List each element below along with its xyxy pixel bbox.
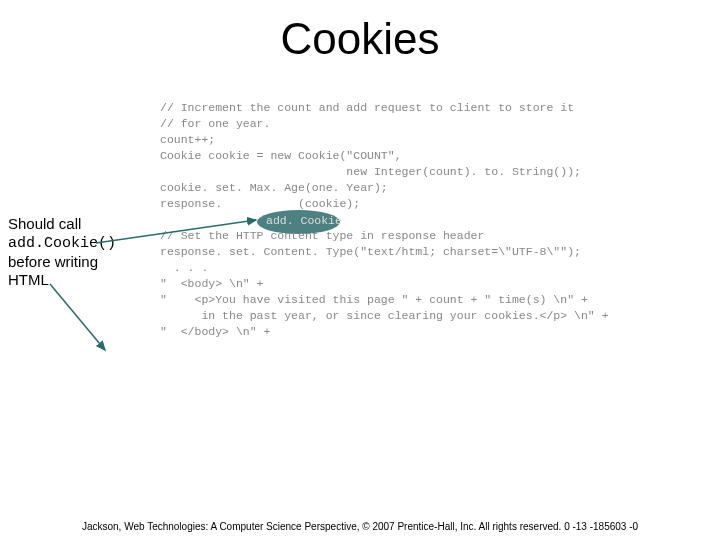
code-line: " <body> \n" + [160, 277, 264, 290]
code-line: response. (cookie); [160, 197, 360, 210]
code-line: " </body> \n" + [160, 325, 270, 338]
callout-line3: before writing [8, 253, 98, 270]
code-line: cookie. set. Max. Age(one. Year); [160, 181, 388, 194]
code-line: . . . [160, 261, 208, 274]
code-line: " <p>You have visited this page " + coun… [160, 293, 588, 306]
svg-line-1 [50, 284, 105, 350]
code-line: count++; [160, 133, 215, 146]
slide-title: Cookies [0, 14, 720, 64]
callout-line4: HTML [8, 271, 49, 288]
callout-line1: Should call [8, 215, 81, 232]
footer-citation: Jackson, Web Technologies: A Computer Sc… [0, 521, 720, 532]
code-line: new Integer(count). to. String()); [160, 165, 581, 178]
callout-code: add.Cookie() [8, 235, 116, 252]
code-block: // Increment the count and add request t… [160, 100, 609, 340]
code-line: response. set. Content. Type("text/html;… [160, 245, 581, 258]
code-line: // Set the HTTP content type in response… [160, 229, 484, 242]
code-line: // Increment the count and add request t… [160, 101, 574, 114]
slide: Cookies Should call add.Cookie() before … [0, 0, 720, 540]
code-line: in the past year, or since clearing your… [160, 309, 609, 322]
highlight-text: add. Cookie [266, 214, 342, 227]
code-line: Cookie cookie = new Cookie("COUNT", [160, 149, 402, 162]
callout-annotation: Should call add.Cookie() before writing … [8, 215, 138, 289]
code-line: // for one year. [160, 117, 270, 130]
